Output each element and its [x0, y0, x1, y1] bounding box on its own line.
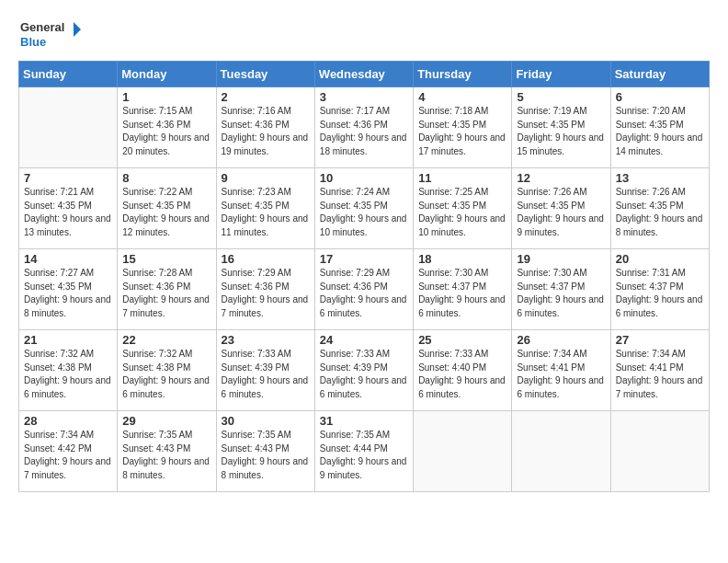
cell-info: Sunrise: 7:34 AMSunset: 4:41 PMDaylight:… [616, 349, 703, 399]
calendar-cell: 18Sunrise: 7:30 AMSunset: 4:37 PMDayligh… [414, 249, 512, 330]
weekday-tuesday: Tuesday [216, 62, 314, 87]
page-container: General Blue SundayMondayTuesdayWednesda… [0, 0, 728, 501]
svg-marker-2 [74, 22, 81, 37]
calendar-cell: 20Sunrise: 7:31 AMSunset: 4:37 PMDayligh… [610, 249, 709, 330]
weekday-wednesday: Wednesday [314, 62, 413, 87]
logo-svg: General Blue [18, 15, 83, 52]
day-number: 30 [222, 414, 310, 428]
cell-info: Sunrise: 7:33 AMSunset: 4:40 PMDaylight:… [418, 349, 506, 399]
cell-info: Sunrise: 7:28 AMSunset: 4:36 PMDaylight:… [122, 268, 210, 318]
svg-text:Blue: Blue [20, 35, 46, 49]
cell-info: Sunrise: 7:34 AMSunset: 4:41 PMDaylight:… [517, 349, 604, 399]
cell-info: Sunrise: 7:19 AMSunset: 4:35 PMDaylight:… [517, 106, 604, 156]
cell-info: Sunrise: 7:35 AMSunset: 4:43 PMDaylight:… [122, 430, 210, 480]
weekday-monday: Monday [118, 62, 216, 87]
day-number: 13 [616, 171, 704, 185]
calendar-week-5: 28Sunrise: 7:34 AMSunset: 4:42 PMDayligh… [19, 411, 710, 492]
cell-info: Sunrise: 7:33 AMSunset: 4:39 PMDaylight:… [320, 349, 407, 399]
day-number: 23 [222, 333, 310, 347]
cell-info: Sunrise: 7:35 AMSunset: 4:43 PMDaylight:… [222, 430, 309, 480]
calendar-cell: 2Sunrise: 7:16 AMSunset: 4:36 PMDaylight… [216, 87, 314, 168]
cell-info: Sunrise: 7:29 AMSunset: 4:36 PMDaylight:… [222, 268, 309, 318]
day-number: 9 [222, 171, 310, 185]
cell-info: Sunrise: 7:23 AMSunset: 4:35 PMDaylight:… [222, 187, 309, 237]
day-number: 22 [122, 333, 210, 347]
cell-info: Sunrise: 7:15 AMSunset: 4:36 PMDaylight:… [122, 106, 210, 156]
calendar-cell [414, 411, 512, 492]
day-number: 10 [320, 171, 408, 185]
day-number: 15 [122, 252, 210, 266]
day-number: 31 [320, 414, 408, 428]
calendar-cell: 30Sunrise: 7:35 AMSunset: 4:43 PMDayligh… [216, 411, 314, 492]
cell-info: Sunrise: 7:30 AMSunset: 4:37 PMDaylight:… [517, 268, 604, 318]
calendar-cell: 16Sunrise: 7:29 AMSunset: 4:36 PMDayligh… [216, 249, 314, 330]
day-number: 1 [122, 90, 210, 104]
calendar-week-3: 14Sunrise: 7:27 AMSunset: 4:35 PMDayligh… [19, 249, 710, 330]
calendar-cell: 22Sunrise: 7:32 AMSunset: 4:38 PMDayligh… [118, 330, 216, 411]
calendar-cell: 15Sunrise: 7:28 AMSunset: 4:36 PMDayligh… [118, 249, 216, 330]
calendar-cell: 24Sunrise: 7:33 AMSunset: 4:39 PMDayligh… [314, 330, 413, 411]
calendar-cell: 13Sunrise: 7:26 AMSunset: 4:35 PMDayligh… [610, 168, 709, 249]
cell-info: Sunrise: 7:25 AMSunset: 4:35 PMDaylight:… [418, 187, 506, 237]
calendar-body: 1Sunrise: 7:15 AMSunset: 4:36 PMDaylight… [19, 87, 710, 492]
calendar-cell: 17Sunrise: 7:29 AMSunset: 4:36 PMDayligh… [314, 249, 413, 330]
calendar-cell: 26Sunrise: 7:34 AMSunset: 4:41 PMDayligh… [512, 330, 610, 411]
cell-info: Sunrise: 7:16 AMSunset: 4:36 PMDaylight:… [222, 106, 309, 156]
cell-info: Sunrise: 7:26 AMSunset: 4:35 PMDaylight:… [616, 187, 703, 237]
weekday-sunday: Sunday [19, 62, 118, 87]
day-number: 5 [517, 90, 605, 104]
day-number: 18 [418, 252, 506, 266]
cell-info: Sunrise: 7:20 AMSunset: 4:35 PMDaylight:… [616, 106, 703, 156]
cell-info: Sunrise: 7:17 AMSunset: 4:36 PMDaylight:… [320, 106, 407, 156]
day-number: 25 [418, 333, 506, 347]
cell-info: Sunrise: 7:27 AMSunset: 4:35 PMDaylight:… [24, 268, 111, 318]
day-number: 4 [418, 90, 506, 104]
calendar-cell: 6Sunrise: 7:20 AMSunset: 4:35 PMDaylight… [610, 87, 709, 168]
day-number: 19 [517, 252, 605, 266]
day-number: 2 [222, 90, 310, 104]
calendar-cell: 12Sunrise: 7:26 AMSunset: 4:35 PMDayligh… [512, 168, 610, 249]
day-number: 26 [517, 333, 605, 347]
calendar-cell: 4Sunrise: 7:18 AMSunset: 4:35 PMDaylight… [414, 87, 512, 168]
cell-info: Sunrise: 7:26 AMSunset: 4:35 PMDaylight:… [517, 187, 604, 237]
day-number: 17 [320, 252, 408, 266]
day-number: 3 [320, 90, 408, 104]
page-header: General Blue [18, 15, 710, 52]
calendar-cell: 10Sunrise: 7:24 AMSunset: 4:35 PMDayligh… [314, 168, 413, 249]
cell-info: Sunrise: 7:35 AMSunset: 4:44 PMDaylight:… [320, 430, 407, 480]
calendar-cell: 28Sunrise: 7:34 AMSunset: 4:42 PMDayligh… [19, 411, 118, 492]
cell-info: Sunrise: 7:33 AMSunset: 4:39 PMDaylight:… [222, 349, 309, 399]
svg-text:General: General [20, 20, 64, 34]
cell-info: Sunrise: 7:32 AMSunset: 4:38 PMDaylight:… [24, 349, 111, 399]
calendar-cell: 31Sunrise: 7:35 AMSunset: 4:44 PMDayligh… [314, 411, 413, 492]
calendar-week-2: 7Sunrise: 7:21 AMSunset: 4:35 PMDaylight… [19, 168, 710, 249]
calendar-cell: 7Sunrise: 7:21 AMSunset: 4:35 PMDaylight… [19, 168, 118, 249]
day-number: 28 [24, 414, 112, 428]
calendar-table: SundayMondayTuesdayWednesdayThursdayFrid… [18, 61, 710, 492]
calendar-week-1: 1Sunrise: 7:15 AMSunset: 4:36 PMDaylight… [19, 87, 710, 168]
cell-info: Sunrise: 7:30 AMSunset: 4:37 PMDaylight:… [418, 268, 506, 318]
cell-info: Sunrise: 7:31 AMSunset: 4:37 PMDaylight:… [616, 268, 703, 318]
calendar-cell: 3Sunrise: 7:17 AMSunset: 4:36 PMDaylight… [314, 87, 413, 168]
calendar-cell: 27Sunrise: 7:34 AMSunset: 4:41 PMDayligh… [610, 330, 709, 411]
calendar-cell: 11Sunrise: 7:25 AMSunset: 4:35 PMDayligh… [414, 168, 512, 249]
day-number: 14 [24, 252, 112, 266]
calendar-cell: 23Sunrise: 7:33 AMSunset: 4:39 PMDayligh… [216, 330, 314, 411]
calendar-cell: 25Sunrise: 7:33 AMSunset: 4:40 PMDayligh… [414, 330, 512, 411]
logo: General Blue [18, 15, 83, 52]
calendar-cell: 29Sunrise: 7:35 AMSunset: 4:43 PMDayligh… [118, 411, 216, 492]
weekday-saturday: Saturday [610, 62, 709, 87]
day-number: 7 [24, 171, 112, 185]
weekday-header-row: SundayMondayTuesdayWednesdayThursdayFrid… [19, 62, 710, 87]
calendar-cell [512, 411, 610, 492]
cell-info: Sunrise: 7:21 AMSunset: 4:35 PMDaylight:… [24, 187, 111, 237]
day-number: 21 [24, 333, 112, 347]
cell-info: Sunrise: 7:32 AMSunset: 4:38 PMDaylight:… [122, 349, 210, 399]
calendar-cell: 14Sunrise: 7:27 AMSunset: 4:35 PMDayligh… [19, 249, 118, 330]
calendar-week-4: 21Sunrise: 7:32 AMSunset: 4:38 PMDayligh… [19, 330, 710, 411]
calendar-cell: 19Sunrise: 7:30 AMSunset: 4:37 PMDayligh… [512, 249, 610, 330]
calendar-cell: 5Sunrise: 7:19 AMSunset: 4:35 PMDaylight… [512, 87, 610, 168]
day-number: 8 [122, 171, 210, 185]
day-number: 27 [616, 333, 704, 347]
day-number: 20 [616, 252, 704, 266]
